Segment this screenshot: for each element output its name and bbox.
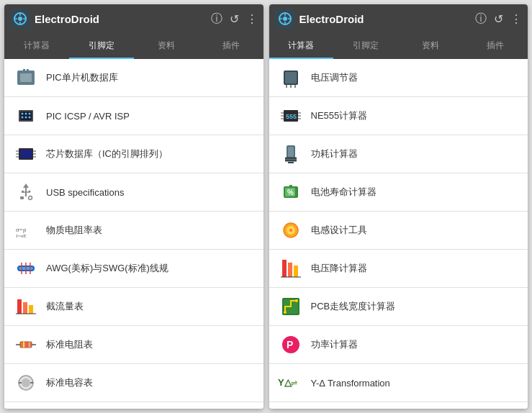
list-item-text: PIC单片机数据库: [46, 71, 118, 84]
svg-rect-99: [282, 260, 287, 277]
list-item[interactable]: σ=ρJ=σE 物质电阻率表: [4, 212, 263, 250]
usb-icon: [13, 179, 39, 205]
left-tab-bar: 计算器 引脚定 资料 插件: [4, 33, 263, 59]
more-icon-left[interactable]: ⋮: [246, 12, 258, 26]
list-item-text: AWG(美标)与SWG(标准)线规: [46, 262, 168, 275]
list-item[interactable]: dB 分贝（单位）转换器: [269, 402, 528, 409]
info-icon-left[interactable]: ⓘ: [211, 12, 222, 27]
svg-point-106: [295, 299, 298, 302]
left-tab-plugins[interactable]: 插件: [199, 33, 263, 59]
svg-text:σ=ρ: σ=ρ: [16, 226, 27, 233]
left-tab-resources[interactable]: 资料: [134, 33, 199, 59]
right-app-bar-icons: ⓘ ↺ ⋮: [475, 12, 522, 27]
list-item[interactable]: 电感设计工具: [269, 212, 528, 250]
list-item[interactable]: 功耗计算器: [269, 135, 528, 173]
list-item[interactable]: PIC ICSP / AVR ISP: [4, 97, 263, 135]
list-item[interactable]: P 功率计算器: [269, 326, 528, 364]
cap-code-icon: 104: [13, 408, 39, 409]
svg-text:555: 555: [286, 113, 297, 120]
chip-db-icon: [13, 141, 39, 167]
list-item[interactable]: AWG(美标)与SWG(标准)线规: [4, 250, 263, 288]
left-app-bar-icons: ⓘ ↺ ⋮: [211, 12, 258, 27]
list-item[interactable]: % 电池寿命计算器: [269, 173, 528, 212]
right-tab-bar: 计算器 引脚定 资料 插件: [269, 33, 528, 59]
list-item[interactable]: 电压降计算器: [269, 250, 528, 288]
list-item-text: 电池寿命计算器: [311, 186, 377, 199]
pcb-trace-icon: [278, 294, 304, 319]
list-item-text: Y-Δ Transformation: [311, 378, 390, 389]
right-list: 电压调节器 555 NE555计算器: [269, 59, 528, 409]
svg-point-15: [29, 113, 31, 115]
ne555-icon: 555: [278, 103, 304, 129]
list-item-text: NE555计算器: [311, 109, 368, 122]
resistivity-icon: σ=ρJ=σE: [13, 217, 39, 243]
right-app-title: ElectroDroid: [299, 13, 476, 25]
svg-rect-9: [23, 69, 25, 72]
more-icon-right[interactable]: ⋮: [510, 12, 522, 26]
svg-point-16: [22, 117, 24, 119]
right-tab-plugins[interactable]: 插件: [463, 33, 528, 59]
inductor-icon: [278, 217, 304, 243]
list-item[interactable]: PCB走线宽度计算器: [269, 288, 528, 326]
list-item-text: 功耗计算器: [311, 148, 358, 160]
list-item-text: PIC ICSP / AVR ISP: [46, 111, 130, 122]
svg-rect-42: [29, 305, 33, 314]
list-item-text: 电感设计工具: [311, 224, 367, 237]
svg-point-105: [284, 311, 287, 314]
svg-point-51: [22, 378, 30, 387]
left-app-bar: ElectroDroid ⓘ ↺ ⋮: [4, 4, 263, 33]
svg-rect-41: [23, 302, 27, 314]
list-item[interactable]: 标准电阻表: [4, 326, 263, 364]
list-item[interactable]: PIC单片机数据库: [4, 59, 263, 97]
wire-gauge-icon: [13, 255, 39, 281]
power-dissipation-icon: [278, 141, 304, 167]
std-resistor-icon: [13, 332, 39, 358]
svg-rect-101: [294, 266, 298, 277]
list-item[interactable]: 104 电容标记代码表: [4, 402, 263, 409]
app-logo-right: [275, 9, 295, 29]
svg-point-98: [289, 229, 292, 232]
list-item-text: PCB走线宽度计算器: [311, 300, 396, 313]
svg-rect-8: [20, 73, 32, 82]
left-list: PIC单片机数据库 PIC ICSP / AVR ISP 芯片数据库（IC的引脚…: [4, 59, 263, 409]
svg-rect-29: [20, 196, 24, 199]
list-item[interactable]: 标准电容表: [4, 364, 263, 402]
list-item-text: 截流量表: [46, 300, 84, 313]
list-item-text: 电压调节器: [311, 71, 358, 84]
svg-rect-40: [17, 299, 22, 314]
left-tab-pinout[interactable]: 引脚定: [69, 33, 134, 59]
current-table-icon: [13, 294, 39, 319]
refresh-icon-right[interactable]: ↺: [494, 12, 503, 26]
right-tab-calculator[interactable]: 计算器: [269, 33, 334, 59]
icsp-icon: [13, 103, 39, 129]
svg-text:P: P: [287, 339, 293, 350]
svg-rect-10: [27, 69, 29, 72]
left-tab-calculator[interactable]: 计算器: [4, 33, 69, 59]
left-phone-panel: ElectroDroid ⓘ ↺ ⋮ 计算器 引脚定 资料 插件 PIC单片机数…: [4, 4, 263, 409]
list-item-text: 物质电阻率表: [46, 224, 102, 237]
voltage-drop-icon: [278, 255, 304, 281]
list-item[interactable]: 555 NE555计算器: [269, 97, 528, 135]
std-capacitor-icon: [13, 370, 39, 396]
refresh-icon-left[interactable]: ↺: [230, 12, 239, 26]
app-logo-left: [10, 9, 30, 29]
svg-rect-88: [288, 147, 294, 157]
svg-point-30: [29, 196, 32, 200]
svg-text:J=σE: J=σE: [16, 233, 27, 239]
list-item-text: 电压降计算器: [311, 262, 367, 275]
right-tab-pinout[interactable]: 引脚定: [333, 33, 398, 59]
battery-life-icon: %: [278, 179, 304, 205]
list-item-text: 功率计算器: [311, 338, 358, 351]
info-icon-right[interactable]: ⓘ: [475, 12, 487, 27]
list-item[interactable]: Y△ ⇌ Y-Δ Transformation: [269, 364, 528, 402]
list-item[interactable]: 截流量表: [4, 288, 263, 326]
list-item[interactable]: 芯片数据库（IC的引脚排列）: [4, 135, 263, 173]
right-tab-resources[interactable]: 资料: [398, 33, 463, 59]
svg-rect-75: [285, 72, 297, 83]
list-item-text: 芯片数据库（IC的引脚排列）: [46, 148, 168, 160]
list-item[interactable]: USB specifications: [4, 173, 263, 212]
voltage-reg-icon: [278, 65, 304, 91]
list-item[interactable]: 电压调节器: [269, 59, 528, 97]
svg-rect-20: [20, 150, 32, 158]
list-item-text: 标准电容表: [46, 376, 93, 389]
